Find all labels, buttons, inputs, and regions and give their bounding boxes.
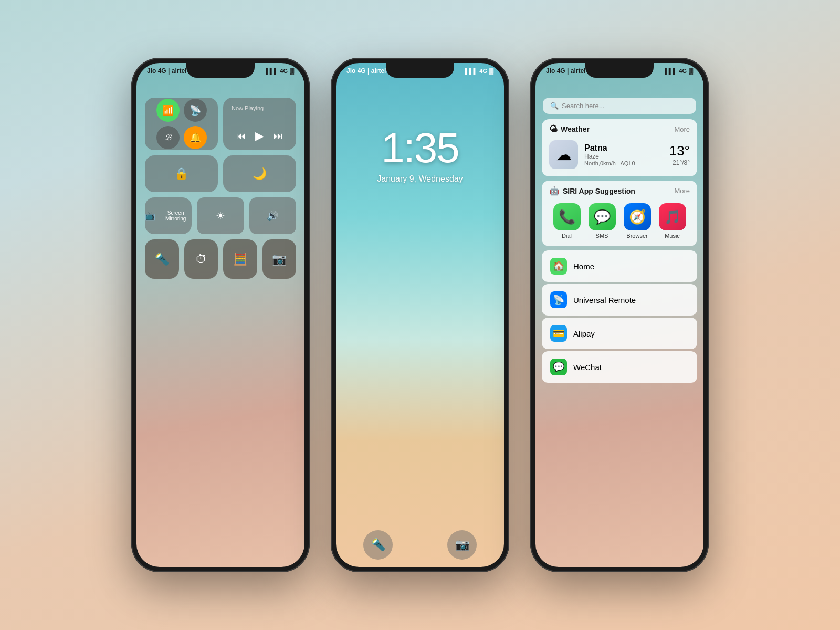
wechat-icon: 💬: [550, 359, 567, 375]
wifi-icon: 📡: [190, 104, 201, 116]
dial-app-icon: 📞: [553, 203, 581, 230]
notch-2: [386, 63, 454, 78]
phone-1: Jio 4G | airtel ▌▌▌ 4G ▓ 📶 📡: [131, 58, 310, 572]
music-app-icon: 🎵: [659, 203, 686, 230]
battery-icon: ▓: [290, 68, 294, 74]
cc-mid-row: 🔒 🌙: [145, 155, 296, 192]
carrier-1: Jio 4G | airtel: [147, 67, 186, 75]
weather-widget-header: 🌤 Weather More: [542, 119, 697, 137]
lock-screen: 1:35 January 9, Wednesday 🔦 📷: [336, 77, 504, 567]
bluetooth-icon: 𝔅: [165, 133, 171, 142]
timer-icon: ⏱: [195, 253, 207, 266]
widget-screen: 🔍 Search here... 🌤 Weather More ☁: [536, 77, 704, 567]
search-icon: 🔍: [550, 102, 559, 110]
rotation-lock-toggle[interactable]: 🔒: [145, 155, 218, 192]
weather-temperature: 13° 21°/8°: [669, 143, 690, 166]
control-center: 📶 📡 𝔅 🔔 Now Pla: [136, 77, 304, 287]
wechat-label: WeChat: [573, 363, 602, 372]
notch: [186, 63, 255, 78]
cc-tools-row: 🔦 ⏱ 🧮 📷: [145, 239, 296, 279]
carrier-3: Jio 4G | airtel: [546, 67, 585, 75]
weather-city: Patna: [584, 143, 663, 153]
status-icons-3: ▌▌▌ 4G ▓: [665, 68, 693, 74]
weather-icon: ☁: [549, 140, 578, 169]
lock-camera-button[interactable]: 📷: [447, 530, 477, 560]
bluetooth-toggle[interactable]: 𝔅: [156, 126, 180, 149]
volume-slider[interactable]: 🔊: [249, 197, 296, 234]
screen-mirroring-label: Screen Mirroring: [160, 210, 192, 222]
calculator-button[interactable]: 🧮: [223, 239, 257, 279]
lock-date: January 9, Wednesday: [377, 174, 463, 184]
flashlight-button[interactable]: 🔦: [145, 239, 179, 279]
moon-icon: 🌙: [253, 167, 267, 181]
cloud-icon: ☁: [556, 145, 572, 164]
siri-apps-row: 📞 Dial 💬 SMS 🧭 Browser 🎵 Music: [542, 199, 697, 246]
phone-2: Jio 4G | airtel ▌▌▌ 4G ▓ 1:35 January 9,…: [331, 58, 509, 572]
siri-more-button[interactable]: More: [674, 187, 690, 195]
siri-widget: 🤖 SIRI App Suggestion More 📞 Dial 💬 SMS: [542, 181, 697, 246]
screen-mirror-icon: 📺: [145, 211, 155, 221]
fast-forward-button[interactable]: ⏭: [274, 131, 283, 142]
search-bar[interactable]: 🔍 Search here...: [543, 98, 696, 114]
list-item-alipay[interactable]: 💳 Alipay: [542, 318, 697, 349]
browser-app-icon: 🧭: [624, 203, 651, 230]
weather-content: ☁ Patna Haze North,0km/h AQI 0 13° 21°: [542, 137, 697, 176]
siri-app-dial[interactable]: 📞 Dial: [553, 203, 581, 239]
battery-icon-2: ▓: [489, 68, 494, 74]
rotation-lock-icon: 🔒: [174, 167, 188, 181]
weather-info: Patna Haze North,0km/h AQI 0: [584, 143, 663, 166]
phone1-screen: Jio 4G | airtel ▌▌▌ 4G ▓ 📶 📡: [136, 63, 304, 567]
cc-top-row: 📶 📡 𝔅 🔔 Now Pla: [145, 98, 296, 150]
media-controls: ⏮ ▶ ⏭: [232, 129, 288, 143]
play-pause-button[interactable]: ▶: [255, 129, 264, 143]
timer-button[interactable]: ⏱: [184, 239, 218, 279]
brightness-slider[interactable]: ☀: [197, 197, 244, 234]
list-item-home[interactable]: 🏠 Home: [542, 250, 697, 282]
screen-mirroring-toggle[interactable]: 📺 Screen Mirroring: [145, 197, 192, 234]
siri-app-sms[interactable]: 💬 SMS: [589, 203, 616, 239]
dial-app-label: Dial: [562, 233, 572, 239]
camera-button[interactable]: 📷: [262, 239, 297, 279]
bell-icon: 🔔: [190, 132, 201, 143]
media-track-info: Now Playing: [232, 105, 288, 111]
sms-app-icon: 💬: [589, 203, 616, 230]
browser-app-label: Browser: [626, 233, 647, 239]
notification-toggle[interactable]: 🔔: [184, 126, 207, 149]
sms-app-label: SMS: [596, 233, 608, 239]
cellular-icon: 📶: [162, 104, 174, 116]
phone-3: Jio 4G | airtel ▌▌▌ 4G ▓ 🔍 Search here..…: [530, 58, 709, 572]
rewind-button[interactable]: ⏮: [236, 131, 246, 142]
siri-app-music[interactable]: 🎵 Music: [659, 203, 686, 239]
search-placeholder: Search here...: [562, 102, 605, 110]
siri-app-browser[interactable]: 🧭 Browser: [624, 203, 651, 239]
weather-more-button[interactable]: More: [674, 125, 690, 133]
signal-bars-icon: ▌▌▌: [266, 68, 278, 74]
list-item-wechat[interactable]: 💬 WeChat: [542, 351, 697, 383]
connectivity-panel[interactable]: 📶 📡 𝔅 🔔: [145, 98, 218, 150]
lock-flashlight-button[interactable]: 🔦: [363, 530, 393, 560]
weather-detail: North,0km/h AQI 0: [584, 160, 663, 166]
network-type-3: 4G: [679, 68, 687, 74]
network-type-2: 4G: [479, 68, 487, 74]
lock-time: 1:35: [381, 124, 459, 172]
universal-remote-icon: 📡: [550, 291, 567, 308]
carrier-2: Jio 4G | airtel: [346, 67, 386, 75]
do-not-disturb-toggle[interactable]: 🌙: [223, 155, 296, 192]
camera-icon: 📷: [272, 253, 286, 266]
cellular-toggle[interactable]: 📶: [156, 99, 180, 122]
signal-bars-icon-3: ▌▌▌: [665, 68, 677, 74]
flashlight-icon: 🔦: [155, 253, 169, 266]
music-app-label: Music: [665, 233, 680, 239]
list-item-universal-remote[interactable]: 📡 Universal Remote: [542, 284, 697, 316]
notch-3: [585, 63, 654, 78]
battery-icon-3: ▓: [689, 68, 693, 74]
alipay-label: Alipay: [573, 329, 595, 338]
wifi-toggle[interactable]: 📡: [184, 99, 207, 122]
signal-bars-icon-2: ▌▌▌: [465, 68, 477, 74]
alipay-icon: 💳: [550, 325, 567, 342]
connectivity-grid: 📶 📡 𝔅 🔔: [150, 92, 213, 155]
lock-bottom-controls: 🔦 📷: [336, 530, 504, 560]
media-panel[interactable]: Now Playing ⏮ ▶ ⏭: [223, 98, 296, 150]
network-type-1: 4G: [280, 68, 288, 74]
phone2-screen: Jio 4G | airtel ▌▌▌ 4G ▓ 1:35 January 9,…: [336, 63, 504, 567]
